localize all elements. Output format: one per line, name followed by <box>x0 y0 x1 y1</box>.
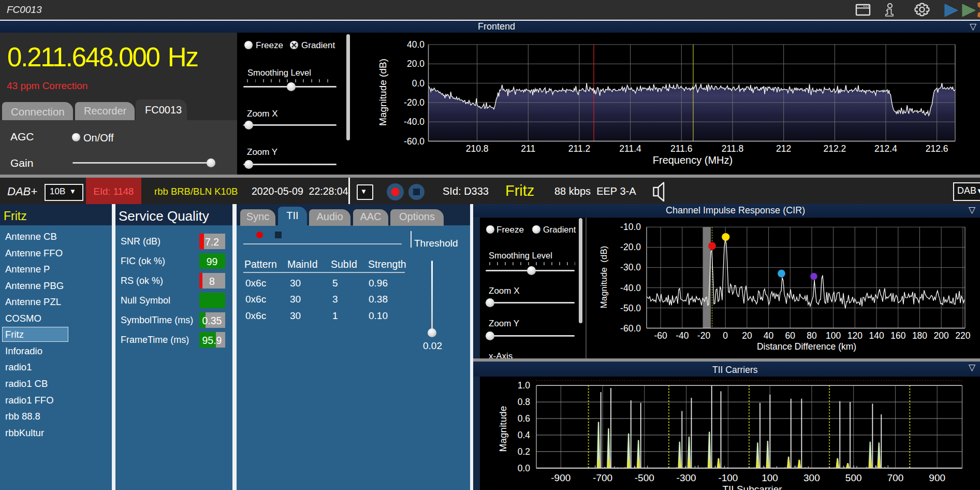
svg-text:-900: -900 <box>551 472 571 483</box>
svg-text:160: 160 <box>890 330 905 341</box>
svg-text:-300: -300 <box>677 472 696 483</box>
svg-text:Magnitude (dB): Magnitude (dB) <box>377 59 388 126</box>
svg-text:0.2: 0.2 <box>518 446 530 457</box>
svg-text:20.0: 20.0 <box>407 59 425 69</box>
svg-text:60: 60 <box>785 330 796 341</box>
svg-text:40.0: 40.0 <box>407 39 425 50</box>
svg-text:-100: -100 <box>718 472 738 483</box>
svg-text:1.0: 1.0 <box>518 380 531 391</box>
svg-text:-30.0: -30.0 <box>620 262 641 272</box>
svg-text:0.0: 0.0 <box>518 463 531 473</box>
svg-text:20: 20 <box>742 330 752 341</box>
svg-text:211.4: 211.4 <box>619 143 641 154</box>
svg-text:500: 500 <box>845 472 862 483</box>
svg-text:212.4: 212.4 <box>874 143 897 154</box>
svg-text:-10.0: -10.0 <box>620 222 641 232</box>
svg-text:-50.0: -50.0 <box>620 303 641 313</box>
svg-text:-700: -700 <box>593 472 612 483</box>
svg-text:-20: -20 <box>697 330 711 341</box>
svg-text:-60: -60 <box>654 330 667 341</box>
svg-text:212: 212 <box>776 143 791 154</box>
svg-text:0: 0 <box>723 330 728 341</box>
svg-text:80: 80 <box>807 330 817 341</box>
svg-text:120: 120 <box>847 330 862 341</box>
svg-text:0.6: 0.6 <box>518 413 530 424</box>
svg-text:211.8: 211.8 <box>722 143 744 154</box>
svg-text:Magnitude: Magnitude <box>498 406 508 452</box>
svg-text:211.6: 211.6 <box>670 143 693 154</box>
svg-text:40: 40 <box>764 330 774 341</box>
svg-text:212.2: 212.2 <box>824 143 846 154</box>
svg-text:-60.0: -60.0 <box>620 323 641 334</box>
svg-text:140: 140 <box>869 330 884 341</box>
svg-text:211: 211 <box>521 143 535 154</box>
svg-text:900: 900 <box>929 472 945 483</box>
svg-text:211.2: 211.2 <box>568 143 591 154</box>
svg-text:220: 220 <box>955 330 970 341</box>
svg-text:-20.0: -20.0 <box>620 242 641 252</box>
svg-text:0.0: 0.0 <box>412 78 425 89</box>
svg-text:-500: -500 <box>635 472 654 483</box>
svg-text:Magnitude (dB): Magnitude (dB) <box>599 246 609 309</box>
svg-text:300: 300 <box>803 472 820 483</box>
svg-text:-40.0: -40.0 <box>404 117 425 127</box>
svg-text:212.6: 212.6 <box>926 143 948 154</box>
svg-text:-40: -40 <box>676 330 689 341</box>
svg-text:TII Subcarrier: TII Subcarrier <box>722 484 782 490</box>
svg-text:-20.0: -20.0 <box>404 97 425 108</box>
svg-text:0.4: 0.4 <box>518 430 531 440</box>
svg-text:200: 200 <box>934 330 949 341</box>
svg-text:210.8: 210.8 <box>466 143 489 154</box>
svg-text:700: 700 <box>887 472 904 483</box>
svg-text:Frequency (MHz): Frequency (MHz) <box>653 154 733 166</box>
svg-text:180: 180 <box>912 330 927 341</box>
svg-text:-60.0: -60.0 <box>404 136 425 147</box>
svg-text:0.8: 0.8 <box>518 397 530 407</box>
svg-text:-40.0: -40.0 <box>620 283 641 293</box>
svg-text:Distance Difference (km): Distance Difference (km) <box>757 341 856 352</box>
svg-text:100: 100 <box>762 472 778 483</box>
svg-text:100: 100 <box>826 330 841 341</box>
